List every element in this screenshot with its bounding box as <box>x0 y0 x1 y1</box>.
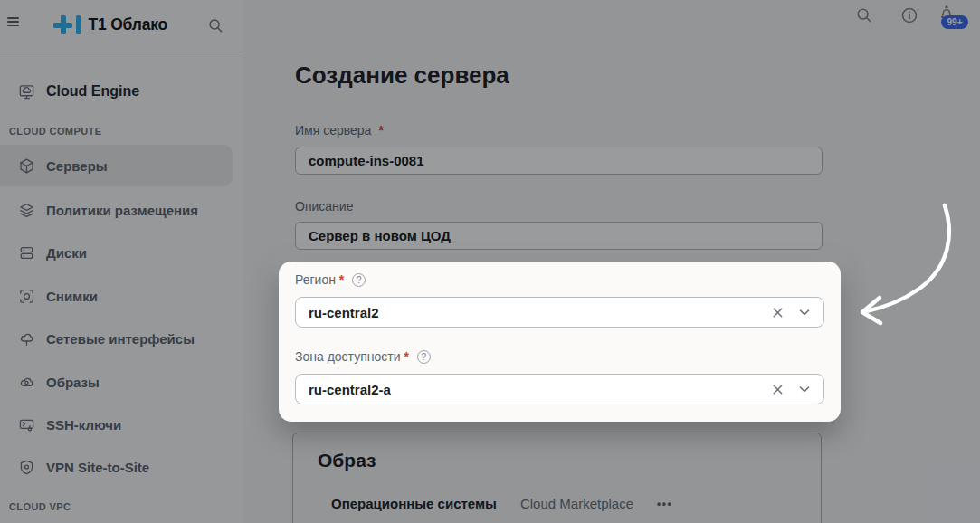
availability-zone-label: Зона доступности * ? <box>295 349 431 364</box>
region-label: Регион * ? <box>295 272 366 287</box>
region-help-icon[interactable]: ? <box>352 273 366 287</box>
clear-icon[interactable] <box>772 307 784 319</box>
required-marker: * <box>339 272 344 287</box>
availability-zone-select[interactable]: ru-central2-a <box>295 374 824 404</box>
availability-zone-help-icon[interactable]: ? <box>417 350 431 364</box>
clear-icon[interactable] <box>772 384 784 395</box>
availability-zone-select-value: ru-central2-a <box>309 382 772 397</box>
region-select[interactable]: ru-central2 <box>295 297 824 328</box>
tutorial-spotlight: Регион * ? ru-central2 Зона доступности … <box>279 262 841 422</box>
region-select-value: ru-central2 <box>309 305 772 320</box>
chevron-down-icon[interactable] <box>798 383 811 395</box>
chevron-down-icon[interactable] <box>798 306 811 319</box>
required-marker: * <box>404 349 408 364</box>
